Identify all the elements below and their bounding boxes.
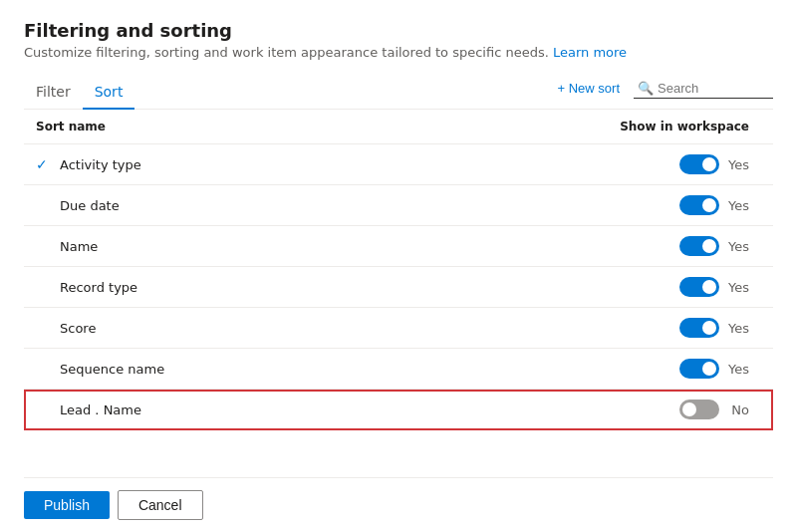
learn-more-link[interactable]: Learn more: [553, 45, 627, 60]
toggle-switch[interactable]: [679, 277, 719, 297]
toolbar: + New sort 🔍: [552, 77, 774, 108]
toggle-label-text: No: [725, 402, 749, 417]
toggle-label-text: Yes: [725, 198, 749, 213]
search-box: 🔍: [634, 79, 773, 99]
toggle-switch[interactable]: [679, 399, 719, 419]
check-mark-icon: ✓: [36, 156, 52, 172]
toggle-container: Yes: [396, 318, 749, 338]
table-row[interactable]: Sequence nameYes: [24, 349, 773, 390]
toggle-container: No: [396, 399, 749, 419]
col-show-workspace: Show in workspace: [384, 110, 773, 144]
table-row[interactable]: Due dateYes: [24, 185, 773, 226]
toggle-label-text: Yes: [725, 280, 749, 295]
sort-name-text: Record type: [60, 280, 137, 295]
search-input[interactable]: [658, 81, 767, 96]
publish-button[interactable]: Publish: [24, 491, 110, 519]
toggle-container: Yes: [396, 195, 749, 215]
col-sort-name: Sort name: [24, 110, 384, 144]
table-header-row: Sort name Show in workspace: [24, 110, 773, 144]
toggle-switch[interactable]: [679, 154, 719, 174]
table-row[interactable]: Lead . NameNo: [24, 390, 773, 430]
table-row[interactable]: Record typeYes: [24, 267, 773, 308]
table-row[interactable]: ✓Activity typeYes: [24, 144, 773, 185]
tab-filter[interactable]: Filter: [24, 76, 83, 110]
table-row[interactable]: NameYes: [24, 226, 773, 267]
toggle-label-text: Yes: [725, 239, 749, 254]
subtitle-text: Customize filtering, sorting and work it…: [24, 45, 553, 60]
toggle-container: Yes: [396, 236, 749, 256]
toggle-label-text: Yes: [725, 321, 749, 336]
tabs-bar: Filter Sort + New sort 🔍: [24, 76, 773, 110]
sort-name-cell: Sequence name: [36, 362, 372, 377]
sort-name-cell: Lead . Name: [36, 402, 372, 417]
toggle-container: Yes: [396, 154, 749, 174]
table-row[interactable]: ScoreYes: [24, 308, 773, 349]
sort-name-text: Due date: [60, 198, 120, 213]
sort-name-text: Score: [60, 321, 96, 336]
toggle-switch[interactable]: [679, 236, 719, 256]
toggle-switch[interactable]: [679, 359, 719, 379]
sort-name-text: Activity type: [60, 157, 141, 172]
toggle-label-text: Yes: [725, 362, 749, 377]
cancel-button[interactable]: Cancel: [118, 490, 203, 520]
sort-name-text: Sequence name: [60, 362, 164, 377]
page-subtitle: Customize filtering, sorting and work it…: [24, 45, 773, 60]
sort-name-text: Name: [60, 239, 98, 254]
page-container: Filtering and sorting Customize filterin…: [0, 0, 797, 532]
sort-name-text: Lead . Name: [60, 402, 141, 417]
toggle-switch[interactable]: [679, 195, 719, 215]
table-body: ✓Activity typeYesDue dateYesNameYesRecor…: [24, 144, 773, 430]
page-title: Filtering and sorting: [24, 20, 773, 41]
sort-name-cell: Name: [36, 239, 372, 254]
sort-name-cell: ✓Activity type: [36, 156, 372, 172]
toggle-switch[interactable]: [679, 318, 719, 338]
table-container: Sort name Show in workspace ✓Activity ty…: [24, 110, 773, 477]
new-sort-button[interactable]: + New sort: [552, 77, 627, 100]
tab-sort[interactable]: Sort: [83, 76, 135, 110]
search-icon: 🔍: [638, 81, 654, 96]
sort-name-cell: Record type: [36, 280, 372, 295]
toggle-label-text: Yes: [725, 157, 749, 172]
sort-name-cell: Due date: [36, 198, 372, 213]
toggle-container: Yes: [396, 359, 749, 379]
sort-table: Sort name Show in workspace ✓Activity ty…: [24, 110, 773, 430]
toggle-container: Yes: [396, 277, 749, 297]
sort-name-cell: Score: [36, 321, 372, 336]
footer: Publish Cancel: [24, 477, 773, 532]
